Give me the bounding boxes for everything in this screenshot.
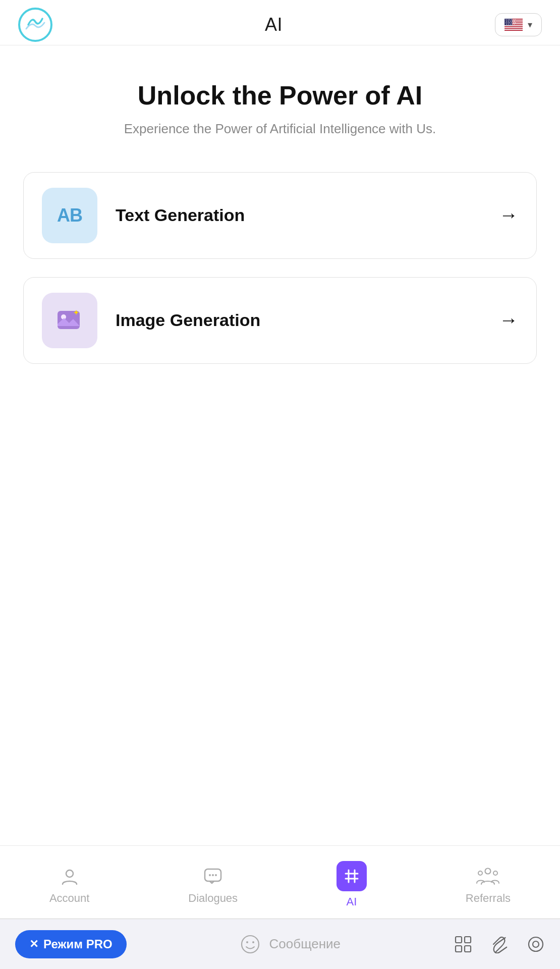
svg-point-35 bbox=[533, 941, 539, 947]
text-generation-card[interactable]: AB Text Generation → bbox=[23, 172, 537, 259]
nav-item-account[interactable]: Account bbox=[34, 859, 105, 910]
svg-point-25 bbox=[478, 871, 482, 875]
ai-nav-label: AI bbox=[347, 895, 357, 908]
account-icon bbox=[58, 865, 81, 888]
svg-text:★ ★ ★ ★ ★: ★ ★ ★ ★ ★ bbox=[506, 23, 515, 25]
text-generation-icon-bg: AB bbox=[42, 188, 97, 243]
svg-point-24 bbox=[485, 869, 491, 874]
text-generation-label: Text Generation bbox=[116, 205, 245, 225]
image-generation-icon-bg bbox=[42, 293, 97, 348]
app-header: AI ★ ★ ★ ★ ★ ★ ★ ★ ★ ★ ★ ★ ★ ★ ★ ★ ★ ★ ★… bbox=[0, 0, 560, 45]
dialogues-nav-label: Dialogues bbox=[188, 892, 238, 905]
flag-icon: ★ ★ ★ ★ ★ ★ ★ ★ ★ ★ ★ ★ ★ ★ ★ ★ ★ ★ ★ ★ … bbox=[505, 19, 523, 31]
image-generation-arrow-icon: → bbox=[499, 309, 518, 331]
ab-icon: AB bbox=[57, 205, 82, 226]
header-title: AI bbox=[265, 14, 283, 35]
keyboard-action-icons bbox=[454, 935, 545, 953]
nav-item-ai[interactable]: AI bbox=[321, 856, 382, 913]
image-icon bbox=[55, 306, 84, 335]
main-content: Unlock the Power of AI Experience the Po… bbox=[0, 45, 560, 402]
svg-point-17 bbox=[209, 874, 211, 876]
pro-mode-button[interactable]: ✕ Режим PRO bbox=[15, 930, 127, 958]
pro-mode-label: Режим PRO bbox=[43, 937, 113, 951]
referrals-nav-label: Referrals bbox=[466, 892, 511, 905]
nav-item-dialogues[interactable]: Dialogues bbox=[173, 859, 253, 910]
paperclip-icon[interactable] bbox=[490, 935, 509, 953]
page-subtitle: Experience the Power of Artificial Intel… bbox=[23, 121, 537, 137]
svg-rect-6 bbox=[505, 27, 523, 28]
image-generation-label: Image Generation bbox=[116, 310, 260, 330]
svg-rect-32 bbox=[456, 946, 462, 952]
text-generation-arrow-icon: → bbox=[499, 204, 518, 226]
svg-point-28 bbox=[246, 941, 248, 943]
svg-rect-7 bbox=[505, 29, 523, 30]
ai-nav-icon bbox=[337, 861, 367, 891]
svg-rect-31 bbox=[465, 937, 471, 943]
camera-icon[interactable] bbox=[527, 935, 545, 953]
emoji-icon[interactable] bbox=[240, 934, 260, 954]
pro-x-icon: ✕ bbox=[29, 938, 38, 951]
app-logo bbox=[18, 8, 52, 42]
message-placeholder[interactable]: Сообщение bbox=[269, 936, 341, 952]
svg-point-29 bbox=[252, 941, 254, 943]
referrals-icon bbox=[476, 865, 499, 888]
svg-rect-5 bbox=[505, 25, 523, 26]
svg-point-15 bbox=[66, 870, 73, 877]
svg-rect-33 bbox=[465, 946, 471, 952]
dialogues-icon bbox=[201, 865, 225, 888]
svg-point-27 bbox=[242, 936, 259, 953]
svg-point-34 bbox=[529, 937, 543, 951]
message-input-area[interactable]: Сообщение bbox=[137, 934, 444, 954]
svg-point-18 bbox=[212, 874, 214, 876]
svg-rect-30 bbox=[456, 937, 462, 943]
grid-icon[interactable] bbox=[454, 935, 472, 953]
chevron-down-icon: ▾ bbox=[528, 19, 532, 30]
svg-point-26 bbox=[493, 871, 497, 875]
svg-point-19 bbox=[215, 874, 217, 876]
keyboard-bar: ✕ Режим PRO Сообщение bbox=[0, 919, 560, 969]
nav-item-referrals[interactable]: Referrals bbox=[451, 859, 526, 910]
image-generation-card[interactable]: Image Generation → bbox=[23, 277, 537, 364]
bottom-navigation: Account Dialogues AI bbox=[0, 845, 560, 919]
page-heading: Unlock the Power of AI bbox=[23, 81, 537, 111]
account-nav-label: Account bbox=[49, 892, 90, 905]
language-selector[interactable]: ★ ★ ★ ★ ★ ★ ★ ★ ★ ★ ★ ★ ★ ★ ★ ★ ★ ★ ★ ★ … bbox=[495, 13, 542, 36]
